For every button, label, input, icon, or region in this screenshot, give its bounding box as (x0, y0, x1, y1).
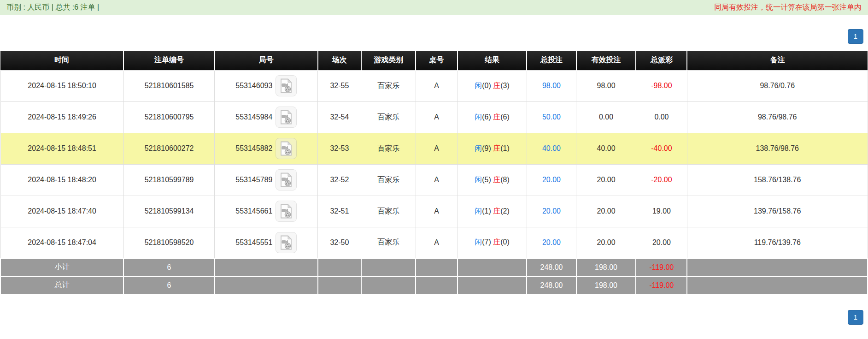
result-banker-label: 庄 (493, 176, 500, 184)
video-replay-button[interactable] (276, 107, 297, 128)
cell-result: 闲(0) 庄(3) (457, 70, 527, 101)
result-banker-count: (2) (500, 207, 510, 215)
cell-remark: 158.76/138.76 (687, 164, 868, 196)
page-1-button[interactable]: 1 (848, 29, 863, 44)
cell-remark: 98.76/98.76 (687, 101, 868, 133)
cell-round-id: 553145882 (215, 133, 318, 164)
cell-total-bet: 20.00 (527, 164, 576, 196)
cell-valid-bet: 20.00 (576, 227, 636, 258)
cell-empty (457, 258, 527, 276)
cell-payout: -20.00 (636, 164, 687, 196)
result-banker-label: 庄 (493, 113, 500, 121)
status-bar: 币别 : 人民币 | 总共 :6 注单 | 同局有效投注，统一计算在该局第一张注… (0, 0, 868, 15)
header-remark: 备注 (687, 51, 868, 70)
cell-time: 2024-08-15 18:48:20 (0, 164, 123, 196)
page-1-button[interactable]: 1 (848, 310, 863, 325)
video-replay-button[interactable] (276, 169, 297, 190)
total-total-bet: 248.00 (527, 276, 576, 294)
video-replay-button[interactable] (276, 201, 297, 222)
cell-session: 32-50 (318, 227, 361, 258)
header-bet-id: 注单编号 (123, 51, 215, 70)
result-banker-count: (3) (500, 82, 510, 89)
cell-round-id: 553145984 (215, 101, 318, 133)
cell-bet-id: 521810600795 (123, 101, 215, 133)
cell-result: 闲(9) 庄(1) (457, 133, 527, 164)
cell-remark: 138.76/98.76 (687, 133, 868, 164)
table-row: 2024-08-15 18:47:40 521810599134 5531456… (0, 196, 868, 227)
result-player-count: (5) (482, 176, 491, 184)
cell-time: 2024-08-15 18:47:40 (0, 196, 123, 227)
cell-bet-id: 521810600272 (123, 133, 215, 164)
subtotal-total-bet: 248.00 (527, 258, 576, 276)
cell-empty (215, 258, 318, 276)
cell-empty (318, 276, 361, 294)
cell-result: 闲(1) 庄(2) (457, 196, 527, 227)
round-id-text: 553145551 (235, 238, 272, 247)
header-payout: 总派彩 (636, 51, 687, 70)
pagination-top: 1 (0, 29, 868, 44)
video-replay-icon (280, 78, 293, 93)
cell-game-type: 百家乐 (361, 227, 416, 258)
pagination-bottom: 1 (0, 310, 868, 325)
cell-session: 32-52 (318, 164, 361, 196)
cell-bet-id: 521810598520 (123, 227, 215, 258)
cell-session: 32-51 (318, 196, 361, 227)
video-replay-button[interactable] (276, 75, 297, 96)
cell-remark: 119.76/139.76 (687, 227, 868, 258)
currency-summary-text: 币别 : 人民币 | 总共 :6 注单 | (6, 3, 99, 12)
video-replay-button[interactable] (276, 232, 297, 253)
header-total-bet: 总投注 (527, 51, 576, 70)
total-valid-bet: 198.00 (576, 276, 636, 294)
cell-result: 闲(6) 庄(6) (457, 101, 527, 133)
header-session: 场次 (318, 51, 361, 70)
round-id-text: 553145984 (235, 113, 272, 121)
cell-valid-bet: 20.00 (576, 164, 636, 196)
header-round-id: 局号 (215, 51, 318, 70)
video-replay-button[interactable] (276, 138, 297, 159)
cell-total-bet: 98.00 (527, 70, 576, 101)
cell-empty (416, 276, 457, 294)
round-id-text: 553146093 (235, 82, 272, 90)
cell-session: 32-53 (318, 133, 361, 164)
video-replay-icon (280, 110, 293, 125)
result-player-label: 闲 (475, 238, 482, 246)
cell-time: 2024-08-15 18:50:10 (0, 70, 123, 101)
cell-empty (457, 276, 527, 294)
cell-remark: 98.76/0.76 (687, 70, 868, 101)
video-replay-icon (280, 141, 293, 156)
subtotal-count: 6 (123, 258, 215, 276)
result-player-count: (7) (482, 238, 491, 246)
cell-round-id: 553145661 (215, 196, 318, 227)
video-replay-icon (280, 204, 293, 219)
subtotal-label: 小计 (0, 258, 123, 276)
cell-total-bet: 20.00 (527, 227, 576, 258)
grand-total-row: 总计 6 248.00 198.00 -119.00 (0, 276, 868, 294)
table-row: 2024-08-15 18:47:04 521810598520 5531455… (0, 227, 868, 258)
header-valid-bet: 有效投注 (576, 51, 636, 70)
subtotal-valid-bet: 198.00 (576, 258, 636, 276)
cell-payout: -98.00 (636, 70, 687, 101)
cell-empty (416, 258, 457, 276)
video-replay-icon (280, 172, 293, 187)
cell-valid-bet: 20.00 (576, 196, 636, 227)
header-table-no: 桌号 (416, 51, 457, 70)
cell-result: 闲(7) 庄(0) (457, 227, 527, 258)
total-payout: -119.00 (636, 276, 687, 294)
cell-session: 32-54 (318, 101, 361, 133)
total-label: 总计 (0, 276, 123, 294)
cell-table-no: A (416, 101, 457, 133)
result-player-label: 闲 (475, 207, 482, 215)
result-player-label: 闲 (475, 113, 482, 121)
cell-empty (361, 276, 416, 294)
cell-time: 2024-08-15 18:49:26 (0, 101, 123, 133)
cell-round-id: 553145789 (215, 164, 318, 196)
bet-records-table: 时间 注单编号 局号 场次 游戏类别 桌号 结果 总投注 有效投注 总派彩 备注… (0, 51, 868, 295)
cell-empty (687, 276, 868, 294)
cell-payout: 20.00 (636, 227, 687, 258)
cell-bet-id: 521810599789 (123, 164, 215, 196)
subtotal-payout: -119.00 (636, 258, 687, 276)
result-player-count: (0) (482, 82, 491, 89)
cell-empty (318, 258, 361, 276)
cell-payout: -40.00 (636, 133, 687, 164)
result-banker-count: (1) (500, 144, 510, 152)
